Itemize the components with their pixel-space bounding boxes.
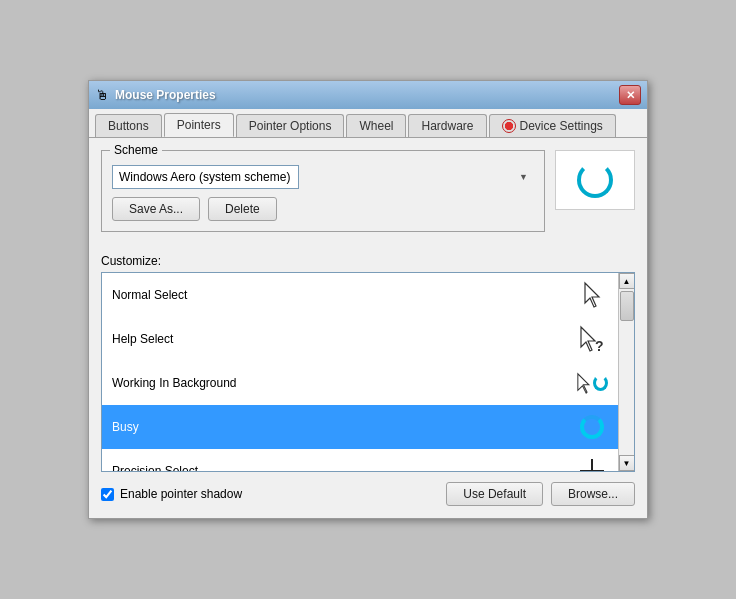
cursor-list-items: Normal Select Help Select ? — [102, 273, 618, 471]
working-bg-cursor-icon — [576, 367, 608, 399]
footer-buttons: Use Default Browse... — [446, 482, 635, 506]
scrollbar-thumb[interactable] — [620, 291, 634, 321]
tab-pointers-label: Pointers — [177, 118, 221, 132]
scheme-dropdown[interactable]: Windows Aero (system scheme) — [112, 165, 299, 189]
title-bar: 🖱 Mouse Properties ✕ — [89, 81, 647, 109]
save-as-button[interactable]: Save As... — [112, 197, 200, 221]
use-default-button[interactable]: Use Default — [446, 482, 543, 506]
scheme-buttons-row: Save As... Delete — [112, 197, 534, 221]
tab-wheel-label: Wheel — [359, 119, 393, 133]
scheme-group: Scheme Windows Aero (system scheme) Save… — [101, 150, 545, 232]
svg-marker-1 — [581, 327, 595, 351]
list-scrollbar[interactable]: ▲ ▼ — [618, 273, 634, 471]
list-item-help-select[interactable]: Help Select ? — [102, 317, 618, 361]
delete-button[interactable]: Delete — [208, 197, 277, 221]
scheme-group-title: Scheme — [110, 143, 162, 157]
scheme-select-wrapper: Windows Aero (system scheme) — [112, 165, 534, 189]
browse-button[interactable]: Browse... — [551, 482, 635, 506]
svg-text:?: ? — [595, 338, 604, 353]
cursor-list: Normal Select Help Select ? — [101, 272, 635, 472]
pointer-shadow-checkbox[interactable] — [101, 488, 114, 501]
precision-select-label: Precision Select — [112, 464, 198, 471]
scrollbar-up-button[interactable]: ▲ — [619, 273, 635, 289]
tab-content: Scheme Windows Aero (system scheme) Save… — [89, 138, 647, 518]
working-bg-label: Working In Background — [112, 376, 237, 390]
bottom-row: Enable pointer shadow Use Default Browse… — [101, 482, 635, 506]
help-select-cursor-icon: ? — [576, 323, 608, 355]
tab-pointer-options[interactable]: Pointer Options — [236, 114, 345, 137]
window-icon: 🖱 — [95, 87, 109, 103]
normal-select-label: Normal Select — [112, 288, 187, 302]
tab-buttons[interactable]: Buttons — [95, 114, 162, 137]
tab-hardware[interactable]: Hardware — [408, 114, 486, 137]
tab-device-settings[interactable]: Device Settings — [489, 114, 616, 137]
scheme-row: Windows Aero (system scheme) — [112, 165, 534, 189]
tab-hardware-label: Hardware — [421, 119, 473, 133]
window-title: Mouse Properties — [115, 88, 216, 102]
mouse-properties-window: 🖱 Mouse Properties ✕ Buttons Pointers Po… — [88, 80, 648, 519]
tab-pointer-options-label: Pointer Options — [249, 119, 332, 133]
list-item-precision-select[interactable]: Precision Select — [102, 449, 618, 471]
checkbox-row: Enable pointer shadow — [101, 487, 242, 501]
tab-pointers[interactable]: Pointers — [164, 113, 234, 137]
tab-device-settings-label: Device Settings — [520, 119, 603, 133]
scrollbar-down-button[interactable]: ▼ — [619, 455, 635, 471]
list-item-working-bg[interactable]: Working In Background — [102, 361, 618, 405]
tab-buttons-label: Buttons — [108, 119, 149, 133]
busy-cursor-icon — [576, 411, 608, 443]
scheme-preview — [555, 150, 635, 210]
scheme-preview-spinner — [577, 162, 613, 198]
device-settings-icon — [502, 119, 516, 133]
close-button[interactable]: ✕ — [619, 85, 641, 105]
list-item-busy[interactable]: Busy — [102, 405, 618, 449]
precision-select-cursor-icon — [576, 455, 608, 471]
busy-label: Busy — [112, 420, 139, 434]
help-select-label: Help Select — [112, 332, 173, 346]
customize-label: Customize: — [101, 254, 635, 268]
pointer-shadow-label: Enable pointer shadow — [120, 487, 242, 501]
svg-marker-3 — [578, 374, 589, 393]
svg-marker-0 — [585, 283, 599, 307]
normal-select-cursor-icon — [576, 279, 608, 311]
list-item-normal-select[interactable]: Normal Select — [102, 273, 618, 317]
title-bar-left: 🖱 Mouse Properties — [95, 87, 216, 103]
tab-bar: Buttons Pointers Pointer Options Wheel H… — [89, 109, 647, 138]
tab-wheel[interactable]: Wheel — [346, 114, 406, 137]
